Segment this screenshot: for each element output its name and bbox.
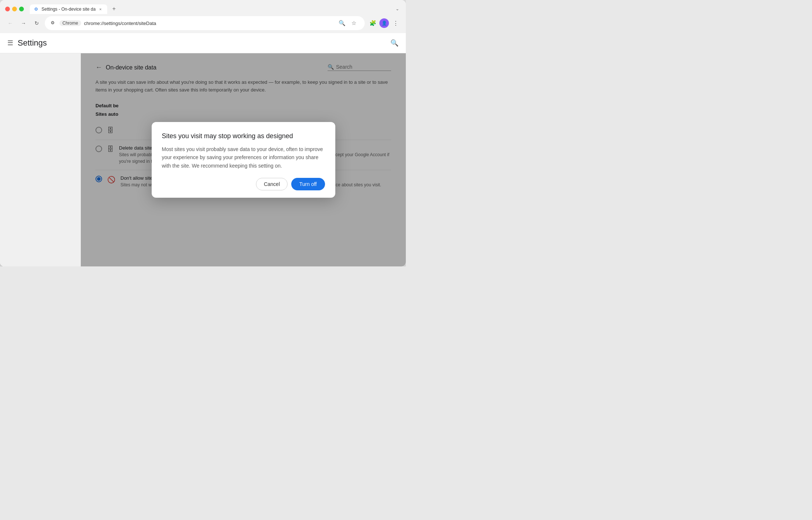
menu-icon[interactable]: ⋮: [390, 18, 401, 28]
close-window-button[interactable]: [5, 7, 10, 11]
refresh-icon: ↻: [35, 20, 39, 26]
user-avatar[interactable]: 👤: [379, 18, 389, 28]
dialog-title: Sites you visit may stop working as desi…: [162, 132, 325, 140]
maximize-window-button[interactable]: [19, 7, 24, 11]
settings-page: ☰ Settings 🔍 ← On-device site data 🔍: [0, 33, 406, 266]
tabs-area: ⚙ Settings - On-device site da × +: [30, 4, 393, 14]
address-action-icons: 🔍 ☆: [337, 18, 359, 28]
tab-title-label: Settings - On-device site da: [41, 7, 95, 12]
minimize-window-button[interactable]: [12, 7, 17, 11]
turn-off-button[interactable]: Turn off: [291, 178, 325, 190]
forward-arrow-icon: →: [21, 20, 26, 26]
tab-dropdown-button[interactable]: ⌄: [396, 6, 399, 11]
zoom-icon[interactable]: 🔍: [337, 18, 347, 28]
address-bar: ← → ↻ ⚙ Chrome chrome://settings/content…: [0, 14, 406, 33]
settings-sidebar: [0, 53, 81, 266]
settings-header: ☰ Settings 🔍: [0, 33, 406, 53]
dialog-actions: Cancel Turn off: [162, 178, 325, 190]
chrome-badge: Chrome: [59, 20, 81, 26]
forward-button[interactable]: →: [18, 18, 29, 28]
active-tab[interactable]: ⚙ Settings - On-device site da ×: [30, 4, 107, 14]
cancel-button[interactable]: Cancel: [256, 178, 288, 190]
tab-favicon-icon: ⚙: [34, 7, 39, 12]
title-bar: ⚙ Settings - On-device site da × + ⌄: [0, 0, 406, 14]
hamburger-menu-button[interactable]: ☰: [7, 39, 13, 47]
settings-content: ← On-device site data 🔍 A site you visit…: [81, 53, 406, 266]
browser-window: ⚙ Settings - On-device site da × + ⌄ ← →…: [0, 0, 406, 266]
new-tab-button[interactable]: +: [109, 4, 119, 14]
settings-page-title: Settings: [18, 38, 386, 48]
dialog-body: Most sites you visit probably save data …: [162, 145, 325, 170]
traffic-lights: [5, 7, 24, 11]
back-button[interactable]: ←: [5, 18, 15, 28]
browser-action-buttons: 🧩 👤 ⋮: [368, 18, 401, 28]
settings-search-icon[interactable]: 🔍: [390, 39, 398, 47]
extensions-icon[interactable]: 🧩: [368, 18, 378, 28]
bookmark-icon[interactable]: ☆: [349, 18, 359, 28]
confirmation-dialog: Sites you visit may stop working as desi…: [152, 122, 335, 198]
address-favicon-icon: ⚙: [51, 20, 57, 26]
settings-body: ← On-device site data 🔍 A site you visit…: [0, 53, 406, 266]
address-field[interactable]: ⚙ Chrome chrome://settings/content/siteD…: [45, 16, 365, 30]
tab-close-button[interactable]: ×: [98, 7, 103, 12]
modal-overlay: Sites you visit may stop working as desi…: [81, 53, 406, 266]
back-arrow-icon: ←: [8, 20, 13, 26]
address-url-text: chrome://settings/content/siteData: [84, 21, 334, 26]
refresh-button[interactable]: ↻: [32, 18, 42, 28]
